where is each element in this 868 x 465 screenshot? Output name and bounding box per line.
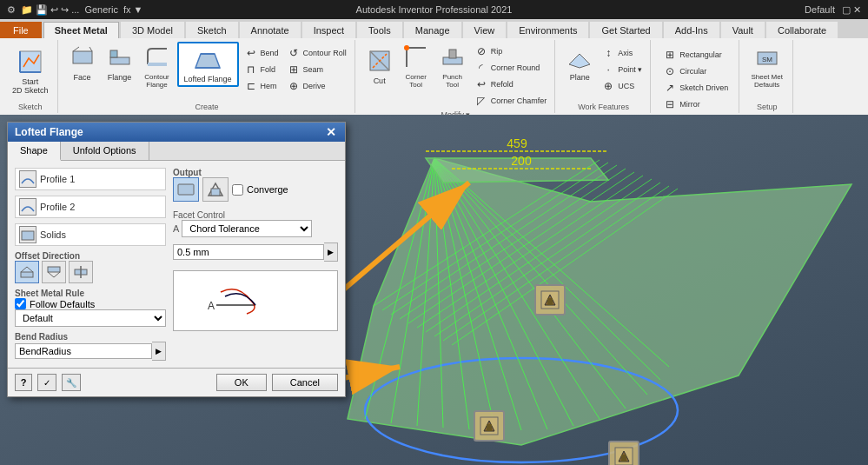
ok-check-button[interactable]: ✓ bbox=[37, 374, 56, 391]
contour-flange-button[interactable]: ContourFlange bbox=[140, 42, 175, 90]
circular-icon: ⊙ bbox=[663, 64, 677, 78]
facet-label: Facet Control bbox=[173, 210, 338, 220]
canvas-area: 459 200 Lofted Flange ✕ Shape Unfold Opt… bbox=[0, 115, 868, 465]
offset-direction-label: Offset Direction bbox=[15, 251, 166, 261]
ribbon-group-workfeatures: Plane ↕Axis ·Point ▾ ⊕UCS Work Features bbox=[557, 40, 651, 113]
derive-icon: ⊕ bbox=[287, 79, 301, 93]
dialog-tab-shape[interactable]: Shape bbox=[8, 142, 61, 161]
help-button[interactable]: ? bbox=[15, 374, 32, 391]
tab-addins[interactable]: Add-Ins bbox=[664, 22, 719, 38]
ucs-button[interactable]: ⊕UCS bbox=[599, 78, 645, 94]
tab-view[interactable]: View bbox=[463, 22, 507, 38]
dialog-left-panel: Profile 1 Profile 2 Solids bbox=[15, 168, 166, 361]
tab-getstarted[interactable]: Get Started bbox=[590, 22, 661, 38]
svg-rect-59 bbox=[621, 455, 626, 462]
follow-defaults-checkbox[interactable] bbox=[15, 298, 26, 309]
solids-label: Solids bbox=[40, 229, 66, 240]
cancel-button[interactable]: Cancel bbox=[272, 374, 338, 391]
tab-inspect[interactable]: Inspect bbox=[302, 22, 355, 38]
svg-text:459: 459 bbox=[507, 136, 527, 150]
ok-button[interactable]: OK bbox=[216, 374, 267, 391]
rectangular-button[interactable]: ⊞Rectangular bbox=[660, 47, 731, 63]
punch-tool-button[interactable]: PunchTool bbox=[435, 42, 470, 90]
converge-checkbox[interactable] bbox=[232, 184, 243, 196]
offset-btn-3[interactable] bbox=[69, 261, 93, 283]
svg-marker-16 bbox=[569, 54, 590, 68]
tolerance-row: ▶ bbox=[173, 242, 338, 262]
tab-3dmodel[interactable]: 3D Model bbox=[121, 22, 184, 38]
fold-button[interactable]: ⊓ Fold bbox=[242, 62, 282, 77]
tab-annotate[interactable]: Annotate bbox=[240, 22, 301, 38]
profile2-icon bbox=[19, 198, 36, 216]
ribbon-group-setup: SM Sheet MetDefaults Setup bbox=[741, 40, 793, 113]
output-icon-2[interactable] bbox=[202, 177, 229, 202]
refold-button[interactable]: ↩Refold bbox=[472, 76, 550, 92]
sketch-driven-button[interactable]: ↗Sketch Driven bbox=[660, 80, 731, 96]
mirror-button[interactable]: ⊟Mirror bbox=[660, 96, 731, 112]
bend-button[interactable]: ↩ Bend bbox=[242, 45, 282, 61]
ucs-icon: ⊕ bbox=[601, 79, 615, 93]
model-icon-2[interactable] bbox=[474, 410, 505, 442]
generic-label: Generic bbox=[84, 4, 118, 15]
bend-radius-row: ▶ bbox=[15, 342, 166, 361]
tolerance-input[interactable] bbox=[173, 244, 324, 260]
corner-tool-button[interactable]: CornerTool bbox=[399, 42, 434, 90]
point-button[interactable]: ·Point ▾ bbox=[599, 62, 645, 77]
contour-roll-icon: ↺ bbox=[287, 46, 301, 60]
model-icon-3[interactable] bbox=[608, 441, 639, 465]
contour-roll-button[interactable]: ↺ Contour Roll bbox=[284, 45, 349, 61]
bend-radius-expand[interactable]: ▶ bbox=[152, 342, 166, 361]
bend-radius-label: Bend Radius bbox=[15, 332, 166, 342]
ribbon-group-sketch: Start2D Sketch Sketch bbox=[3, 40, 58, 113]
offset-btn-2[interactable] bbox=[42, 261, 66, 283]
sheet-rule-dropdown[interactable]: Default bbox=[15, 309, 166, 327]
options-button[interactable]: 🔧 bbox=[62, 374, 81, 391]
setup-group-label: Setup bbox=[757, 101, 778, 111]
tab-vault[interactable]: Vault bbox=[721, 22, 765, 38]
lofted-flange-button[interactable]: Lofted Flange bbox=[177, 42, 239, 87]
output-icon-1[interactable] bbox=[173, 177, 199, 202]
plane-button[interactable]: Plane bbox=[562, 42, 597, 83]
circular-button[interactable]: ⊙Circular bbox=[660, 63, 731, 79]
tab-collaborate[interactable]: Collaborate bbox=[766, 22, 838, 38]
lofted-flange-icon bbox=[194, 45, 222, 73]
hem-button[interactable]: ⊏ Hem bbox=[242, 78, 282, 94]
corner-round-button[interactable]: ◜Corner Round bbox=[472, 60, 550, 76]
tab-file[interactable]: File bbox=[0, 22, 42, 38]
rectangular-icon: ⊞ bbox=[663, 48, 677, 62]
rip-button[interactable]: ⊘Rip bbox=[472, 43, 550, 59]
bend-radius-input[interactable] bbox=[15, 343, 152, 359]
corner-chamfer-button[interactable]: ◸Corner Chamfer bbox=[472, 93, 550, 109]
derive-button[interactable]: ⊕ Derive bbox=[284, 78, 349, 94]
output-section: Output Converge bbox=[173, 168, 338, 202]
svg-rect-0 bbox=[20, 51, 41, 72]
tab-environments[interactable]: Environments bbox=[507, 22, 588, 38]
plane-icon bbox=[566, 43, 593, 71]
dialog-titlebar: Lofted Flange ✕ bbox=[8, 123, 345, 142]
offset-direction-buttons bbox=[15, 261, 166, 283]
svg-line-4 bbox=[73, 47, 79, 51]
face-button[interactable]: Face bbox=[65, 42, 100, 83]
tab-manage[interactable]: Manage bbox=[404, 22, 461, 38]
sketch-label: Start2D Sketch bbox=[12, 77, 49, 95]
mirror-icon: ⊟ bbox=[663, 97, 677, 111]
lofted-flange-label: Lofted Flange bbox=[184, 75, 232, 83]
tab-sketch[interactable]: Sketch bbox=[186, 22, 238, 38]
svg-rect-60 bbox=[22, 231, 34, 240]
axis-button[interactable]: ↕Axis bbox=[599, 45, 645, 61]
contour-flange-icon bbox=[143, 43, 171, 71]
corner-chamfer-icon: ◸ bbox=[474, 94, 488, 108]
facet-dropdown[interactable]: Chord Tolerance bbox=[182, 220, 312, 237]
tolerance-expand[interactable]: ▶ bbox=[324, 242, 338, 262]
dialog-close-button[interactable]: ✕ bbox=[324, 126, 338, 138]
flange-button[interactable]: Flange bbox=[103, 42, 137, 83]
dialog-tab-unfold[interactable]: Unfold Options bbox=[61, 142, 149, 160]
start-2d-sketch-button[interactable]: Start2D Sketch bbox=[9, 46, 52, 96]
tab-sheetmetal[interactable]: Sheet Metal bbox=[43, 22, 119, 38]
offset-btn-1[interactable] bbox=[15, 261, 39, 283]
tab-tools[interactable]: Tools bbox=[357, 22, 402, 38]
seam-button[interactable]: ⊞ Seam bbox=[284, 62, 349, 77]
sheetmetal-defaults-button[interactable]: SM Sheet MetDefaults bbox=[747, 42, 785, 90]
model-icon-1[interactable] bbox=[534, 284, 566, 316]
cut-button[interactable]: Cut bbox=[362, 42, 397, 90]
